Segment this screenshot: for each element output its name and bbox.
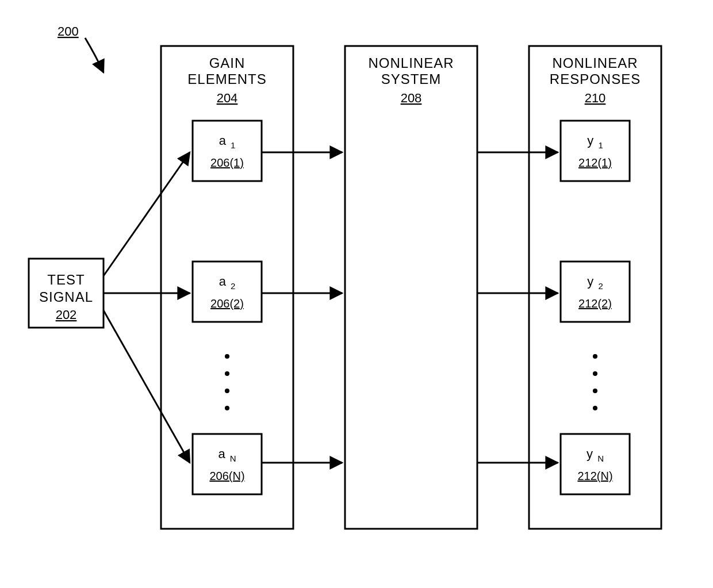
gain-elements-block: GAIN ELEMENTS 204 a 1 206(1) a 2 206(2) xyxy=(161,46,293,529)
response-n: y N 212(N) xyxy=(561,434,630,494)
response-ellipsis-dot xyxy=(593,354,597,359)
response-ellipsis-dot xyxy=(593,389,597,393)
response-n-ref: 212(N) xyxy=(577,470,612,482)
nonlinear-system-ref: 208 xyxy=(401,91,422,105)
gain-element-n-symbol: a N xyxy=(218,447,236,463)
gain-ellipsis-dot xyxy=(225,371,229,376)
svg-rect-9 xyxy=(561,434,630,494)
gain-element-2-symbol: a 2 xyxy=(219,274,236,291)
response-1-symbol: y 1 xyxy=(587,133,603,150)
responses-title-2: RESPONSES xyxy=(550,71,641,87)
gain-element-1: a 1 206(1) xyxy=(193,121,262,181)
arrow-test-to-an xyxy=(103,310,190,463)
response-ellipsis-dot xyxy=(593,406,597,410)
nonlinear-system-title-1: NONLINEAR xyxy=(368,55,454,71)
gain-elements-title-2: ELEMENTS xyxy=(187,71,266,87)
gain-elements-title-1: GAIN xyxy=(209,55,246,71)
gain-element-n-ref: 206(N) xyxy=(209,470,244,482)
svg-rect-5 xyxy=(345,46,477,529)
test-signal-block: TEST SIGNAL 202 xyxy=(29,259,103,328)
response-n-symbol: y N xyxy=(586,447,604,463)
response-2-symbol: y 2 xyxy=(587,274,603,291)
gain-element-1-ref: 206(1) xyxy=(210,156,244,169)
svg-rect-2 xyxy=(193,121,262,181)
svg-rect-4 xyxy=(193,434,262,494)
gain-ellipsis-dot xyxy=(225,354,229,359)
nonlinear-system-title-2: SYSTEM xyxy=(381,71,442,87)
test-signal-label-2: SIGNAL xyxy=(39,289,93,305)
gain-ellipsis-dot xyxy=(225,406,229,410)
responses-title-1: NONLINEAR xyxy=(552,55,638,71)
figure-ref-label: 200 xyxy=(57,24,79,39)
gain-element-1-symbol: a 1 xyxy=(219,133,236,150)
response-2-ref: 212(2) xyxy=(578,297,612,310)
svg-rect-3 xyxy=(193,262,262,322)
response-1: y 1 212(1) xyxy=(561,121,630,181)
arrow-test-to-a1 xyxy=(103,152,190,276)
gain-ellipsis-dot xyxy=(225,389,229,393)
nonlinear-responses-block: NONLINEAR RESPONSES 210 y 1 212(1) y 2 2… xyxy=(529,46,661,529)
gain-element-2: a 2 206(2) xyxy=(193,262,262,322)
response-2: y 2 212(2) xyxy=(561,262,630,322)
test-signal-label-1: TEST xyxy=(47,272,85,287)
response-ellipsis-dot xyxy=(593,371,597,376)
response-1-ref: 212(1) xyxy=(578,156,612,169)
gain-element-2-ref: 206(2) xyxy=(210,297,244,310)
svg-rect-7 xyxy=(561,121,630,181)
responses-ref: 210 xyxy=(585,91,606,105)
svg-rect-8 xyxy=(561,262,630,322)
figure-ref-arrow xyxy=(85,38,103,72)
gain-element-n: a N 206(N) xyxy=(193,434,262,494)
test-signal-ref: 202 xyxy=(56,308,77,322)
nonlinear-system-block: NONLINEAR SYSTEM 208 xyxy=(345,46,477,529)
gain-elements-ref: 204 xyxy=(217,91,238,105)
